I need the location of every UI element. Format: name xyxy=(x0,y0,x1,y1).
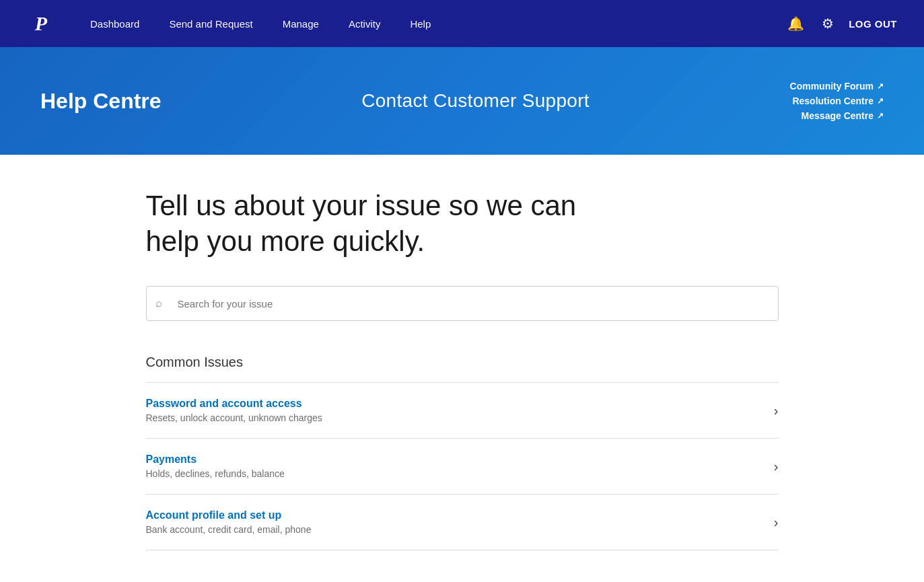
bell-icon: 🔔 xyxy=(787,15,804,32)
community-forum-link[interactable]: Community Forum ↗ xyxy=(790,81,884,92)
contact-support-text: Contact Customer Support xyxy=(361,90,590,111)
issues-list: Password and account access Resets, unlo… xyxy=(146,382,779,550)
search-input[interactable] xyxy=(146,286,779,321)
logo-letter: P xyxy=(35,12,47,35)
issue-content-password: Password and account access Resets, unlo… xyxy=(146,398,760,423)
nav-manage[interactable]: Manage xyxy=(268,0,334,47)
settings-button[interactable]: ⚙ xyxy=(819,13,837,34)
issue-title-payments: Payments xyxy=(146,453,760,466)
external-link-icon-1: ↗ xyxy=(877,81,884,91)
contact-support-wrap: Contact Customer Support xyxy=(361,90,590,112)
issue-desc-payments: Holds, declines, refunds, balance xyxy=(146,468,760,479)
external-link-icon-3: ↗ xyxy=(877,111,884,120)
help-banner: Help Centre Contact Customer Support Com… xyxy=(0,47,924,155)
issue-title-password: Password and account access xyxy=(146,398,760,410)
issue-content-payments: Payments Holds, declines, refunds, balan… xyxy=(146,453,760,479)
help-centre-title-wrap: Help Centre xyxy=(40,89,162,114)
top-nav: P Dashboard Send and Request Manage Acti… xyxy=(0,0,924,47)
issue-item-password[interactable]: Password and account access Resets, unlo… xyxy=(146,382,779,438)
help-centre-title: Help Centre xyxy=(40,89,162,113)
nav-send-request[interactable]: Send and Request xyxy=(154,0,267,47)
nav-links: Dashboard Send and Request Manage Activi… xyxy=(75,0,785,47)
main-content: Tell us about your issue so we can help … xyxy=(106,155,819,577)
nav-dashboard[interactable]: Dashboard xyxy=(75,0,154,47)
logout-button[interactable]: LOG OUT xyxy=(849,18,897,30)
message-centre-link[interactable]: Message Centre ↗ xyxy=(802,110,884,121)
issue-item-payments[interactable]: Payments Holds, declines, refunds, balan… xyxy=(146,438,779,494)
nav-help[interactable]: Help xyxy=(395,0,446,47)
issue-desc-account-profile: Bank account, credit card, email, phone xyxy=(146,524,760,535)
resolution-centre-link[interactable]: Resolution Centre ↗ xyxy=(792,96,884,106)
search-container: ⌕ xyxy=(146,286,779,321)
notification-button[interactable]: 🔔 xyxy=(785,13,807,34)
gear-icon: ⚙ xyxy=(822,15,834,32)
issue-title-account-profile: Account profile and set up xyxy=(146,509,760,521)
nav-activity[interactable]: Activity xyxy=(334,0,396,47)
chevron-right-icon-account-profile: › xyxy=(774,515,779,530)
issue-desc-password: Resets, unlock account, unknown charges xyxy=(146,412,760,423)
chevron-right-icon-password: › xyxy=(774,403,779,419)
common-issues-heading: Common Issues xyxy=(146,355,779,370)
help-external-links: Community Forum ↗ Resolution Centre ↗ Me… xyxy=(790,81,884,121)
nav-right-actions: 🔔 ⚙ LOG OUT xyxy=(785,13,897,34)
resolution-centre-label: Resolution Centre xyxy=(792,96,874,106)
community-forum-label: Community Forum xyxy=(790,81,874,92)
hero-heading: Tell us about your issue so we can help … xyxy=(146,188,617,259)
issue-item-account-profile[interactable]: Account profile and set up Bank account,… xyxy=(146,494,779,550)
issue-content-account-profile: Account profile and set up Bank account,… xyxy=(146,509,760,535)
message-centre-label: Message Centre xyxy=(802,110,874,121)
chevron-right-icon-payments: › xyxy=(774,459,779,474)
paypal-logo: P xyxy=(27,9,55,38)
external-link-icon-2: ↗ xyxy=(877,96,884,106)
